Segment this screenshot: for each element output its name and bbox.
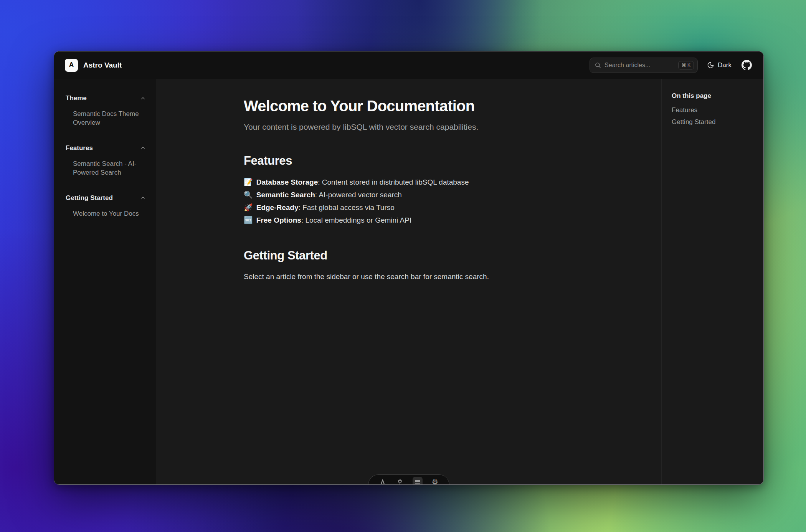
- theme-toggle-button[interactable]: Dark: [707, 61, 732, 69]
- astro-icon[interactable]: [378, 477, 388, 485]
- feature-term: Free Options: [256, 216, 301, 224]
- getting-started-heading: Getting Started: [244, 249, 574, 263]
- app-title: Astro Vault: [83, 61, 122, 69]
- sidebar-section-theme-header[interactable]: Theme: [66, 94, 146, 102]
- sidebar-section-label: Theme: [66, 94, 87, 102]
- toc-title: On this page: [672, 92, 756, 100]
- github-link[interactable]: [742, 60, 752, 70]
- rocket-emoji-icon: 🚀: [244, 203, 253, 211]
- doc-article: Welcome to Your Documentation Your conte…: [244, 79, 574, 281]
- search-shortcut-badge: ⌘ K: [678, 61, 694, 69]
- sidebar-section-features: Features Semantic Search - AI-Powered Se…: [66, 144, 146, 177]
- docs-app-window: A Astro Vault ⌘ K Dark: [54, 51, 764, 485]
- sidebar-section-label: Getting Started: [66, 194, 113, 202]
- feature-item: 🚀Edge-Ready: Fast global access via Turs…: [244, 203, 574, 212]
- sidebar-section-getting-started: Getting Started Welcome to Your Docs: [66, 194, 146, 218]
- feature-item: 📝Database Storage: Content stored in dis…: [244, 178, 574, 187]
- getting-started-text: Select an article from the sidebar or us…: [244, 273, 574, 281]
- moon-icon: [707, 61, 714, 69]
- sidebar-item-semantic-docs-theme-overview[interactable]: Semantic Docs Theme Overview: [66, 110, 146, 127]
- feature-term: Edge-Ready: [256, 203, 299, 211]
- magnifier-emoji-icon: 🔍: [244, 191, 253, 199]
- plug-icon[interactable]: [395, 477, 405, 485]
- search-icon: [595, 62, 601, 68]
- feature-desc: : Local embeddings or Gemini API: [301, 216, 411, 224]
- sidebar-item-semantic-search[interactable]: Semantic Search - AI-Powered Search: [66, 160, 146, 177]
- memo-emoji-icon: 📝: [244, 178, 253, 186]
- main-content: Welcome to Your Documentation Your conte…: [156, 79, 661, 484]
- chevron-up-icon: [140, 145, 146, 151]
- sidebar-item-welcome-to-your-docs[interactable]: Welcome to Your Docs: [66, 210, 146, 218]
- feature-item: 🆓Free Options: Local embeddings or Gemin…: [244, 216, 574, 225]
- chevron-up-icon: [140, 195, 146, 201]
- sidebar-section-features-header[interactable]: Features: [66, 144, 146, 152]
- gear-icon[interactable]: ⚙: [430, 477, 440, 485]
- sidebar-section-getting-started-header[interactable]: Getting Started: [66, 194, 146, 202]
- window-body: Theme Semantic Docs Theme Overview Featu…: [54, 79, 763, 484]
- features-list: 📝Database Storage: Content stored in dis…: [244, 178, 574, 225]
- app-logo-letter: A: [69, 61, 74, 69]
- page-subtitle: Your content is powered by libSQL with v…: [244, 122, 574, 132]
- free-emoji-icon: 🆓: [244, 216, 253, 224]
- app-header: A Astro Vault ⌘ K Dark: [54, 51, 763, 79]
- github-icon: [742, 60, 752, 70]
- feature-desc: : AI-powered vector search: [315, 191, 402, 199]
- search-bar[interactable]: ⌘ K: [590, 58, 698, 73]
- theme-toggle-label: Dark: [718, 61, 732, 69]
- on-this-page-panel: On this page Features Getting Started: [661, 79, 763, 484]
- chevron-up-icon: [140, 96, 146, 101]
- toc-link-getting-started[interactable]: Getting Started: [672, 118, 756, 126]
- desktop-wallpaper: A Astro Vault ⌘ K Dark: [0, 0, 806, 532]
- toc-link-features[interactable]: Features: [672, 106, 756, 114]
- feature-term: Database Storage: [256, 178, 318, 186]
- feature-desc: : Fast global access via Turso: [299, 203, 395, 211]
- feature-term: Semantic Search: [256, 191, 315, 199]
- features-heading: Features: [244, 154, 574, 168]
- menu-icon[interactable]: [413, 477, 423, 485]
- page-title: Welcome to Your Documentation: [244, 97, 574, 115]
- search-input[interactable]: [604, 62, 678, 69]
- app-logo[interactable]: A: [65, 59, 78, 72]
- dev-toolbar: ⚙: [368, 474, 449, 485]
- sidebar-section-label: Features: [66, 144, 93, 152]
- feature-item: 🔍Semantic Search: AI-powered vector sear…: [244, 190, 574, 200]
- sidebar-nav: Theme Semantic Docs Theme Overview Featu…: [54, 79, 156, 484]
- sidebar-section-theme: Theme Semantic Docs Theme Overview: [66, 94, 146, 127]
- feature-desc: : Content stored in distributed libSQL d…: [318, 178, 469, 186]
